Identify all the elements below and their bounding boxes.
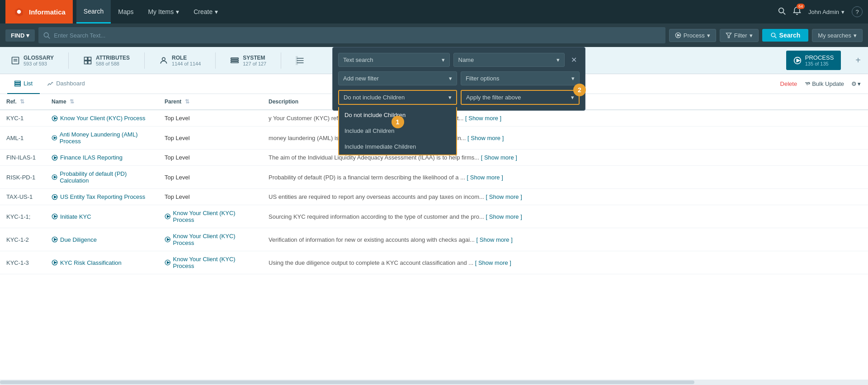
- filter-button[interactable]: Filter ▾: [720, 29, 759, 42]
- ref-sort-icon[interactable]: ⇅: [20, 99, 24, 105]
- search-icon-btn[interactable]: [778, 7, 786, 17]
- filter-close-button[interactable]: ✕: [568, 54, 580, 66]
- find-button[interactable]: FIND ▾: [5, 29, 35, 42]
- cell-parent: Top Level: [158, 127, 262, 150]
- parent-link[interactable]: Know Your Client (KYC) Process: [165, 256, 256, 269]
- search-input[interactable]: [54, 32, 660, 39]
- children-dropdown: Do not include Children Include all Chil…: [338, 107, 457, 155]
- process-item-icon: [52, 194, 58, 200]
- cell-name: US Entity Tax Reporting Process: [45, 189, 158, 205]
- show-more-link[interactable]: [ Show more ]: [475, 259, 511, 266]
- name-link[interactable]: Probability of default (PD) Calculation: [52, 170, 152, 184]
- nav-my-items[interactable]: My Items ▾: [141, 0, 186, 23]
- show-more-link[interactable]: [ Show more ]: [467, 174, 503, 181]
- tab-dashboard[interactable]: Dashboard: [40, 74, 92, 94]
- parent-process-icon: [165, 259, 171, 266]
- name-link[interactable]: US Entity Tax Reporting Process: [52, 193, 152, 200]
- svg-rect-18: [88, 61, 91, 64]
- notification-badge: 64: [797, 4, 805, 9]
- tab-divider-1: [68, 52, 69, 69]
- cell-ref: TAX-US-1: [0, 189, 45, 205]
- cell-description: Sourcing KYC required information accord…: [262, 205, 868, 228]
- name-link[interactable]: Know Your Client (KYC) Process: [52, 115, 152, 122]
- notifications-btn[interactable]: 64: [793, 6, 801, 18]
- process-filter-button[interactable]: Process ▾: [669, 29, 716, 42]
- svg-marker-8: [677, 34, 679, 36]
- svg-marker-48: [54, 261, 57, 263]
- svg-rect-17: [84, 61, 87, 64]
- cell-parent: Top Level: [158, 110, 262, 127]
- filter-icon: [726, 32, 732, 38]
- tab-list[interactable]: List: [7, 74, 40, 94]
- process-item-icon: [52, 115, 58, 122]
- show-more-link[interactable]: [ Show more ]: [465, 115, 501, 122]
- svg-line-4: [783, 12, 786, 14]
- table-row: KYC-1-1; Initiate KYC Know Your Client (…: [0, 205, 868, 228]
- svg-point-2: [17, 10, 21, 14]
- show-more-link[interactable]: [ Show more ]: [476, 236, 513, 243]
- nav-search[interactable]: Search: [76, 0, 111, 23]
- attributes-icon: [83, 56, 92, 65]
- apply-filter-select[interactable]: Apply the filter above ▾: [461, 90, 580, 105]
- cell-name: Know Your Client (KYC) Process: [45, 110, 158, 127]
- nav-right: 64 John Admin ▾ ?: [778, 6, 863, 18]
- tab-more[interactable]: [292, 56, 308, 65]
- search-bar: FIND ▾ Process ▾ Filter ▾ Search My sear…: [0, 23, 868, 47]
- settings-button[interactable]: ⚙ ▾: [851, 80, 861, 87]
- brand[interactable]: Informatica: [5, 0, 73, 23]
- my-searches-button[interactable]: My searches ▾: [812, 29, 863, 42]
- tab-process[interactable]: PROCESS 135 of 135: [786, 51, 841, 70]
- text-search-select[interactable]: Text search ▾: [338, 53, 450, 67]
- tab-system[interactable]: SYSTEM 127 of 127: [226, 55, 270, 66]
- svg-rect-23: [296, 56, 297, 64]
- filter-options-select[interactable]: Filter options ▾: [461, 71, 580, 85]
- parent-sort-icon[interactable]: ⇅: [185, 99, 189, 105]
- col-header-parent: Parent ⇅: [158, 94, 262, 110]
- parent-link[interactable]: Know Your Client (KYC) Process: [165, 233, 256, 246]
- tab-role[interactable]: ROLE 1144 of 1144: [156, 55, 204, 66]
- list-icon: [14, 80, 21, 87]
- name-link[interactable]: Anti Money Laundering (AML) Process: [52, 131, 152, 145]
- svg-point-5: [44, 33, 49, 37]
- search-go-button[interactable]: Search: [762, 29, 809, 42]
- tab-attributes[interactable]: ATTRIBUTES 588 of 588: [80, 55, 133, 66]
- name-link[interactable]: KYC Risk Classification: [52, 259, 152, 266]
- process-icon: [675, 32, 681, 38]
- user-menu[interactable]: John Admin ▾: [808, 9, 844, 15]
- bulk-update-button[interactable]: Bulk Update: [804, 80, 844, 87]
- horizontal-scrollbar[interactable]: [0, 380, 868, 385]
- parent-link[interactable]: Know Your Client (KYC) Process: [165, 210, 256, 223]
- cell-ref: KYC-1: [0, 110, 45, 127]
- svg-line-6: [48, 37, 50, 38]
- nav-maps[interactable]: Maps: [111, 0, 141, 23]
- cell-ref: AML-1: [0, 127, 45, 150]
- show-more-link[interactable]: [ Show more ]: [486, 193, 522, 200]
- name-link[interactable]: Finance ILAS Reporting: [52, 154, 152, 161]
- name-link[interactable]: Initiate KYC: [52, 213, 152, 220]
- children-option-2[interactable]: Include Immediate Children: [339, 139, 456, 155]
- help-btn[interactable]: ?: [852, 6, 863, 17]
- tab-divider-4: [281, 52, 281, 69]
- add-tab-button[interactable]: +: [855, 55, 861, 66]
- show-more-link[interactable]: [ Show more ]: [467, 135, 504, 141]
- nav-create[interactable]: Create ▾: [186, 0, 225, 23]
- svg-marker-36: [54, 176, 56, 178]
- tab-glossary[interactable]: GLOSSARY 593 of 593: [7, 55, 57, 66]
- bulk-update-area: Delete Bulk Update ⚙ ▾: [780, 80, 861, 87]
- show-more-link[interactable]: [ Show more ]: [481, 154, 517, 161]
- svg-marker-25: [797, 59, 800, 62]
- name-link[interactable]: Due Diligence: [52, 236, 152, 243]
- tab-divider-2: [144, 52, 145, 69]
- name-sort-icon[interactable]: ⇅: [70, 99, 74, 105]
- show-more-link[interactable]: [ Show more ]: [486, 213, 522, 220]
- brand-icon: [13, 5, 25, 18]
- svg-rect-22: [231, 61, 239, 63]
- add-filter-select[interactable]: Add new filter ▾: [338, 71, 457, 85]
- name-select[interactable]: Name ▾: [453, 53, 565, 67]
- delete-button[interactable]: Delete: [780, 80, 797, 87]
- cell-parent: Know Your Client (KYC) Process: [158, 228, 262, 251]
- cell-parent: Know Your Client (KYC) Process: [158, 251, 262, 274]
- svg-rect-20: [231, 58, 239, 59]
- svg-marker-44: [54, 238, 57, 240]
- children-dropdown-trigger[interactable]: Do not include Children ▾: [338, 90, 457, 105]
